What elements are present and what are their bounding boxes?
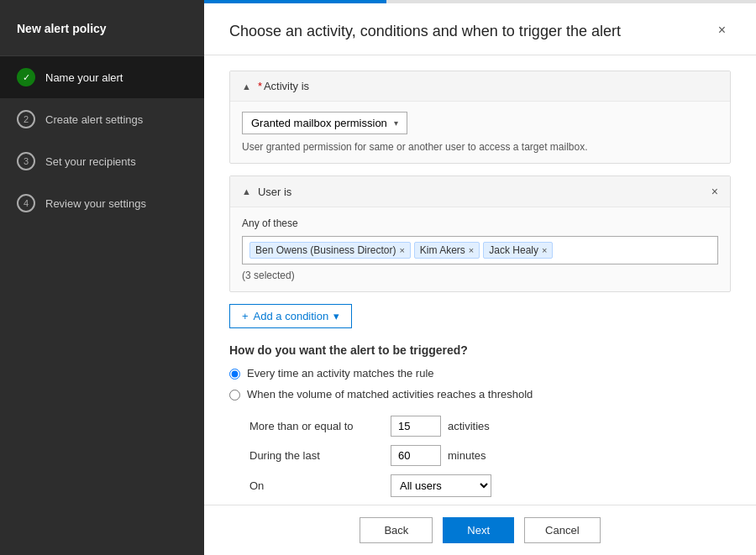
add-condition-button[interactable]: + Add a condition ▾ — [229, 304, 352, 328]
user-section-header: ▲ User is × — [230, 176, 730, 207]
user-section-body: Any of these Ben Owens (Business Directo… — [230, 207, 730, 291]
activity-selected-value: Granted mailbox permission — [251, 117, 387, 129]
trigger-title: How do you want the alert to be triggere… — [229, 343, 731, 357]
user-section-label: User is — [258, 186, 291, 198]
activity-label: Activity is — [264, 80, 309, 92]
sidebar-item-name-alert[interactable]: ✓ Name your alert — [0, 56, 204, 98]
next-button[interactable]: Next — [443, 517, 514, 543]
activity-section-body: Granted mailbox permission ▾ User grante… — [230, 102, 730, 163]
user-chevron-icon: ▲ — [242, 186, 251, 196]
user-section-close-button[interactable]: × — [711, 185, 718, 198]
close-button[interactable]: × — [713, 22, 731, 39]
activity-dropdown[interactable]: Granted mailbox permission ▾ — [242, 112, 407, 134]
sidebar-label-recipients: Set your recipients — [45, 155, 136, 168]
add-condition-label: Add a condition — [254, 310, 329, 322]
activity-section-header: ▲ * Activity is — [230, 71, 730, 102]
on-row-threshold: On All users Selected users — [249, 474, 731, 497]
during-label: During the last — [249, 449, 384, 462]
activities-row: More than or equal to activities — [249, 416, 731, 437]
back-button[interactable]: Back — [360, 517, 433, 543]
activities-unit: activities — [448, 420, 490, 432]
user-tag-label-2: Jack Healy — [489, 244, 538, 256]
trigger-radio-group: Every time an activity matches the rule … — [229, 367, 731, 505]
user-tag-label-0: Ben Owens (Business Director) — [255, 244, 396, 256]
user-tag-2: Jack Healy × — [483, 242, 553, 259]
activity-dropdown-chevron-icon: ▾ — [394, 118, 398, 128]
step-circle-1: ✓ — [17, 68, 35, 86]
user-tag-1: Kim Akers × — [414, 242, 480, 259]
sidebar-item-recipients[interactable]: 3 Set your recipients — [0, 140, 204, 182]
dialog-title: Choose an activity, conditions and when … — [229, 22, 621, 41]
step-circle-2: 2 — [17, 110, 35, 128]
user-tag-remove-0[interactable]: × — [399, 246, 404, 255]
step-circle-4: 4 — [17, 194, 35, 212]
during-row: During the last minutes — [249, 445, 731, 466]
trigger-section: How do you want the alert to be triggere… — [229, 343, 731, 505]
user-selected-count: (3 selected) — [242, 270, 718, 281]
user-section: ▲ User is × Any of these Ben Owens (Busi… — [229, 175, 731, 292]
threshold-sub-options: More than or equal to activities During … — [249, 416, 731, 497]
user-tag-label-1: Kim Akers — [420, 244, 465, 256]
on-label-threshold: On — [249, 479, 384, 492]
trigger-option-every-time: Every time an activity matches the rule — [229, 367, 731, 380]
dialog-body: ▲ * Activity is Granted mailbox permissi… — [204, 55, 756, 505]
during-input[interactable] — [391, 445, 441, 466]
sidebar-item-review[interactable]: 4 Review your settings — [0, 182, 204, 224]
sidebar-label-name-alert: Name your alert — [45, 71, 123, 84]
sidebar: New alert policy ✓ Name your alert 2 Cre… — [0, 0, 204, 555]
trigger-label-every-time[interactable]: Every time an activity matches the rule — [247, 367, 434, 380]
activities-label: More than or equal to — [249, 420, 384, 432]
dialog-footer: Back Next Cancel — [204, 505, 756, 555]
sidebar-title: New alert policy — [0, 0, 204, 56]
sidebar-label-review: Review your settings — [45, 197, 146, 210]
add-condition-plus-icon: + — [242, 310, 249, 322]
main-panel: Choose an activity, conditions and when … — [204, 0, 756, 555]
user-tags-input[interactable]: Ben Owens (Business Director) × Kim Aker… — [242, 236, 718, 264]
step-circle-3: 3 — [17, 152, 35, 170]
trigger-option-volume-threshold: When the volume of matched activities re… — [229, 388, 731, 401]
cancel-button[interactable]: Cancel — [524, 517, 600, 543]
user-tag-remove-2[interactable]: × — [542, 246, 547, 255]
trigger-label-volume-threshold[interactable]: When the volume of matched activities re… — [247, 388, 533, 401]
during-unit: minutes — [448, 449, 486, 462]
activity-required-marker: * — [258, 80, 262, 92]
user-tag-0: Ben Owens (Business Director) × — [249, 242, 411, 259]
trigger-radio-every-time[interactable] — [229, 369, 240, 380]
user-tag-remove-1[interactable]: × — [469, 246, 474, 255]
add-condition-chevron-icon: ▾ — [333, 310, 339, 322]
activity-description: User granted permission for same or anot… — [242, 141, 718, 153]
any-of-label: Any of these — [242, 217, 718, 229]
trigger-radio-volume-threshold[interactable] — [229, 390, 240, 401]
activity-chevron-icon: ▲ — [242, 81, 251, 92]
dialog-header: Choose an activity, conditions and when … — [204, 3, 756, 55]
sidebar-label-create-settings: Create alert settings — [45, 113, 143, 126]
sidebar-item-create-settings[interactable]: 2 Create alert settings — [0, 98, 204, 140]
activities-input[interactable] — [391, 416, 441, 437]
on-select-threshold[interactable]: All users Selected users — [391, 474, 491, 497]
activity-section: ▲ * Activity is Granted mailbox permissi… — [229, 71, 731, 164]
